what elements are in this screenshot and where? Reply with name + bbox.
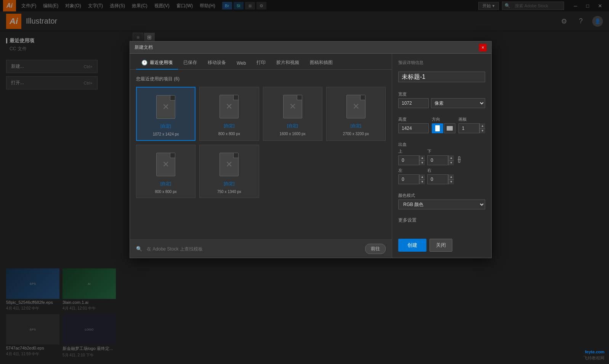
template-name-4: [自定] <box>160 181 171 187</box>
tab-saved[interactable]: 已保存 <box>178 56 202 70</box>
bleed-left-right-row: 左 ▲ ▼ 右 <box>398 168 485 184</box>
dialog-left-panel: 🕐 最近使用项 已保存 移动设备 Web 打印 <box>130 54 392 258</box>
bleed-top-spinners: ▲ ▼ <box>419 155 425 165</box>
bleed-bottom-increment[interactable]: ▲ <box>448 155 454 161</box>
bleed-left-increment[interactable]: ▲ <box>419 174 425 180</box>
template-card-3[interactable]: ✕ [自定] 2700 x 3200 px <box>326 87 386 141</box>
width-field: 宽度 像素 毫米 厘米 英寸 <box>398 91 485 112</box>
panel-section-title: 预设详细信息 <box>398 60 485 65</box>
bleed-bottom-label: 下 <box>427 148 454 154</box>
bleed-left-label: 左 <box>398 168 425 173</box>
template-size-2: 1600 x 1600 px <box>279 132 305 136</box>
tab-mobile[interactable]: 移动设备 <box>202 56 231 70</box>
bleed-right-input-container: ▲ ▼ <box>427 174 454 184</box>
bleed-right-increment[interactable]: ▲ <box>448 174 454 180</box>
template-search-input[interactable] <box>147 246 362 252</box>
template-size-3: 2700 x 3200 px <box>343 132 369 136</box>
bleed-top-bottom-row: 上 ▲ ▼ 下 <box>398 148 485 165</box>
dialog-overlay: 新建文档 × 🕐 最近使用项 已保存 移动设备 <box>0 0 609 364</box>
dialog-right-panel: 预设详细信息 宽度 像素 毫米 厘米 英寸 <box>392 54 491 258</box>
template-area: 您最近使用的项目 (6) ✕ [自定] 1072 x 1424 px <box>130 70 392 239</box>
bleed-left-input-container: ▲ ▼ <box>398 174 425 184</box>
tab-web[interactable]: Web <box>231 57 251 70</box>
dialog-close-button[interactable]: × <box>479 44 487 51</box>
template-size-5: 750 x 1340 px <box>217 190 241 194</box>
orientation-field: 方向 <box>432 117 455 133</box>
search-go-button[interactable]: 前往 <box>365 244 386 254</box>
template-name-5: [自定] <box>224 181 234 187</box>
template-size-1: 800 x 800 px <box>218 132 240 136</box>
template-icon-5: ✕ <box>218 151 240 178</box>
doc-placeholder-icon-1: ✕ <box>226 102 232 112</box>
bleed-right-label: 右 <box>427 168 454 173</box>
template-name-1: [自定] <box>224 123 234 129</box>
template-card-5[interactable]: ✕ [自定] 750 x 1340 px <box>199 145 259 198</box>
doc-placeholder-icon-3: ✕ <box>353 102 359 112</box>
template-card-2[interactable]: ✕ [自定] 1600 x 1600 px <box>263 87 322 141</box>
svg-rect-0 <box>435 125 440 131</box>
dialog-search-bar: 🔍 前往 <box>130 239 392 258</box>
search-icon: 🔍 <box>136 246 142 252</box>
unit-select[interactable]: 像素 毫米 厘米 英寸 <box>431 98 485 108</box>
template-section-header: 您最近使用的项目 (6) <box>136 76 386 82</box>
tab-illustration[interactable]: 图稿和插图 <box>304 56 338 70</box>
tab-recent[interactable]: 🕐 最近使用项 <box>136 56 178 70</box>
direction-label: 方向 <box>432 117 455 122</box>
template-name-3: [自定] <box>351 123 361 129</box>
dialog-titlebar: 新建文档 × <box>130 42 491 54</box>
portrait-button[interactable] <box>432 123 443 133</box>
doc-placeholder-icon: ✕ <box>162 102 169 112</box>
dialog-tabs: 🕐 最近使用项 已保存 移动设备 Web 打印 <box>130 54 392 70</box>
dialog-title: 新建文档 <box>135 44 153 51</box>
width-row: 像素 毫米 厘米 英寸 <box>398 98 485 108</box>
artboard-label: 画板 <box>458 117 485 122</box>
height-input[interactable] <box>398 123 429 133</box>
doc-placeholder-icon-2: ✕ <box>289 102 296 112</box>
panel-bottom-buttons: 创建 关闭 <box>398 239 485 252</box>
bleed-bottom-spinners: ▲ ▼ <box>448 155 454 165</box>
color-mode-label: 颜色模式 <box>398 193 485 198</box>
tab-film-video[interactable]: 胶片和视频 <box>271 56 304 70</box>
bleed-bottom-field: 下 ▲ ▼ <box>427 148 454 165</box>
artboard-spinners: ▲ ▼ <box>479 123 485 133</box>
template-name-2: [自定] <box>287 123 298 129</box>
link-bleed-icon[interactable] <box>456 156 462 164</box>
height-label: 高度 <box>398 117 429 122</box>
doc-title-input[interactable] <box>398 72 485 82</box>
doc-placeholder-icon-5: ✕ <box>226 160 232 169</box>
panel-doc-title[interactable] <box>398 72 485 82</box>
bleed-right-spinners: ▲ ▼ <box>448 174 454 184</box>
template-card-4[interactable]: ✕ [自定] 800 x 800 px <box>136 145 196 198</box>
watermark: feyte.com 飞特教程网 <box>583 349 604 361</box>
artboard-increment-button[interactable]: ▲ <box>479 123 485 129</box>
artboard-decrement-button[interactable]: ▼ <box>479 129 485 134</box>
template-icon-2: ✕ <box>281 93 304 120</box>
width-label: 宽度 <box>398 91 485 97</box>
width-input[interactable] <box>398 98 429 108</box>
color-mode-select[interactable]: RGB 颜色 CMYK 颜色 <box>398 200 485 209</box>
bleed-bottom-decrement[interactable]: ▼ <box>448 161 454 166</box>
landscape-button[interactable] <box>444 123 455 133</box>
bleed-top-increment[interactable]: ▲ <box>419 155 425 161</box>
clock-icon: 🕐 <box>141 60 147 65</box>
bleed-left-decrement[interactable]: ▼ <box>419 180 425 185</box>
bleed-right-decrement[interactable]: ▼ <box>448 180 454 185</box>
create-button[interactable]: 创建 <box>398 239 426 252</box>
more-settings-link[interactable]: 更多设置 <box>398 217 485 224</box>
template-size-0: 1072 x 1424 px <box>153 132 179 136</box>
template-icon-3: ✕ <box>345 93 367 120</box>
new-document-dialog: 新建文档 × 🕐 最近使用项 已保存 移动设备 <box>130 41 492 258</box>
artboard-number-input: ▲ ▼ <box>458 123 485 133</box>
template-card-1[interactable]: ✕ [自定] 800 x 800 px <box>199 87 259 141</box>
height-orientation-row: 高度 方向 <box>398 117 485 133</box>
bleed-right-field: 右 ▲ ▼ <box>427 168 454 184</box>
template-size-4: 800 x 800 px <box>155 190 176 194</box>
close-dialog-button[interactable]: 关闭 <box>430 239 452 252</box>
template-grid-bottom: ✕ [自定] 800 x 800 px ✕ <box>136 145 386 198</box>
tab-print[interactable]: 打印 <box>251 56 271 70</box>
template-icon-0: ✕ <box>154 94 177 120</box>
bleed-top-decrement[interactable]: ▼ <box>419 161 425 166</box>
svg-rect-1 <box>447 126 453 131</box>
bleed-top-field: 上 ▲ ▼ <box>398 148 425 165</box>
template-card-0[interactable]: ✕ [自定] 1072 x 1424 px <box>136 87 196 141</box>
